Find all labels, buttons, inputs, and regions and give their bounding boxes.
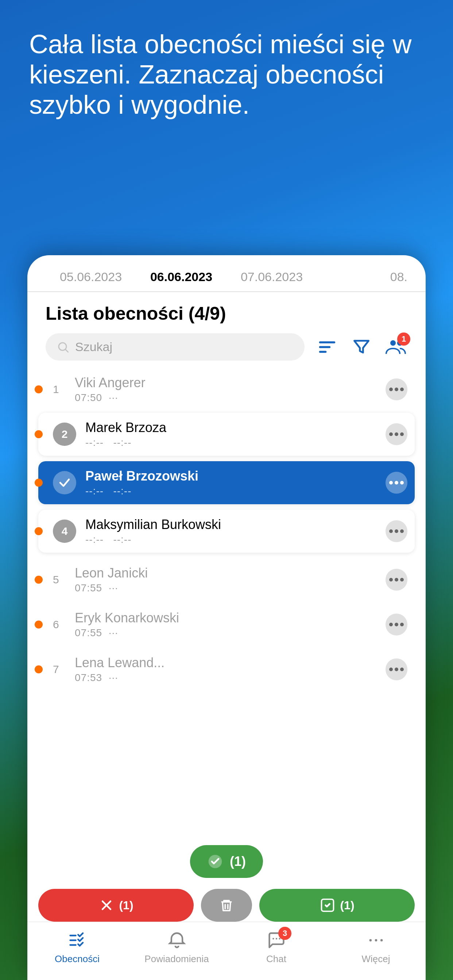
svg-point-17 (369, 939, 372, 942)
nav-label-obecnosci: Obecności (55, 953, 100, 965)
nav-item-chat[interactable]: 3 Chat (226, 931, 326, 972)
date-05[interactable]: 05.06.2023 (46, 270, 136, 284)
more-options-button[interactable] (386, 569, 407, 590)
list-item[interactable]: 2 Marek Brzoza --:-- --:-- (38, 413, 415, 456)
student-time: 07:55 ··· (75, 582, 386, 594)
student-badge: 4 (53, 520, 76, 543)
student-info: Viki Angerer 07:50 ··· (75, 375, 386, 404)
approve-button[interactable]: (1) (259, 889, 415, 922)
student-number: 7 (53, 663, 67, 676)
nav-label-chat: Chat (266, 953, 286, 965)
delete-button[interactable] (201, 889, 252, 922)
student-number: 1 (53, 383, 67, 396)
svg-point-18 (375, 939, 377, 942)
student-info: Marek Brzoza --:-- --:-- (85, 420, 386, 449)
list-header: Lista obecności (4/9) Szukaj (27, 292, 426, 368)
sort-icon (318, 337, 337, 356)
student-number: 6 (53, 618, 67, 631)
student-info: Leon Janicki 07:55 ··· (75, 565, 386, 594)
more-options-button[interactable] (386, 472, 407, 494)
more-options-button[interactable] (386, 614, 407, 635)
more-options-button[interactable] (386, 379, 407, 400)
reject-icon (99, 897, 115, 913)
student-time: --:-- --:-- (85, 534, 386, 546)
more-options-button[interactable] (386, 520, 407, 542)
nav-item-obecnosci[interactable]: Obecności (27, 931, 127, 972)
reject-button[interactable]: (1) (38, 889, 194, 922)
nav-icon-powiadomienia (167, 931, 187, 950)
date-08[interactable]: 08. (317, 270, 407, 284)
search-icon (57, 340, 70, 354)
list-item[interactable]: 6 Eryk Konarkowski 07:55 ··· (38, 603, 415, 646)
filter-icon (352, 337, 371, 356)
chat-badge: 3 (278, 927, 292, 940)
student-info: Maksymilian Burkowski --:-- --:-- (85, 517, 386, 546)
student-name: Viki Angerer (75, 375, 386, 390)
student-time: --:-- --:-- (85, 437, 386, 449)
presence-dot (35, 479, 43, 487)
reject-label: (1) (119, 899, 133, 912)
nav-label-powiadomienia: Powiadomienia (144, 953, 209, 965)
list-item[interactable]: 5 Leon Janicki 07:55 ··· (38, 558, 415, 601)
search-row: Szukaj (46, 333, 407, 361)
student-info: Eryk Konarkowski 07:55 ··· (75, 610, 386, 639)
presence-dot (35, 430, 43, 438)
svg-point-14 (273, 938, 274, 940)
nav-item-wiecej[interactable]: Więcej (326, 931, 426, 972)
floating-confirm-button[interactable]: (1) (190, 845, 263, 878)
bottom-nav: Obecności Powiadomienia (27, 922, 426, 980)
list-item[interactable]: 1 Viki Angerer 07:50 ··· (38, 368, 415, 411)
nav-label-wiecej: Więcej (362, 953, 390, 965)
chat-badge-wrapper: 3 (266, 931, 286, 950)
student-name: Leon Janicki (75, 565, 386, 581)
student-info: Lena Lewand... 07:53 ··· (75, 655, 386, 684)
svg-point-15 (275, 938, 277, 940)
student-number: 5 (53, 573, 67, 586)
nav-icon-obecnosci (67, 931, 87, 950)
floating-button-label: (1) (230, 854, 246, 869)
student-name: Maksymilian Burkowski (85, 517, 386, 532)
date-06[interactable]: 06.06.2023 (136, 270, 226, 284)
presence-dot (35, 576, 43, 584)
list-title: Lista obecności (4/9) (46, 303, 407, 324)
more-options-button[interactable] (386, 659, 407, 680)
presence-dot (35, 385, 43, 393)
hero-text: Cała lista obecności mieści się w kiesze… (29, 29, 424, 119)
student-time: 07:50 ··· (75, 392, 386, 404)
search-box[interactable]: Szukaj (46, 333, 305, 361)
filter-button[interactable] (350, 336, 373, 359)
student-check (53, 471, 76, 495)
student-name: Paweł Brzozowski (85, 468, 386, 484)
approve-label: (1) (340, 899, 354, 912)
search-placeholder: Szukaj (75, 340, 112, 354)
group-button[interactable]: 1 (384, 336, 407, 359)
svg-line-1 (65, 349, 68, 352)
nav-item-powiadomienia[interactable]: Powiadomienia (127, 931, 226, 972)
presence-dot (35, 527, 43, 535)
student-time: --:-- --:-- (85, 485, 386, 497)
sort-button[interactable] (316, 336, 339, 359)
student-info: Paweł Brzozowski --:-- --:-- (85, 468, 386, 497)
bottom-actions: (1) (1) (27, 889, 426, 922)
svg-point-16 (279, 938, 280, 940)
svg-point-5 (390, 340, 396, 345)
presence-dot (35, 620, 43, 628)
list-item[interactable]: 7 Lena Lewand... 07:53 ··· (38, 648, 415, 691)
date-07[interactable]: 07.06.2023 (226, 270, 317, 284)
group-badge: 1 (397, 332, 410, 345)
more-options-button[interactable] (386, 423, 407, 445)
student-time: 07:55 ··· (75, 627, 386, 639)
confirm-icon (207, 853, 223, 870)
delete-icon (219, 897, 234, 913)
nav-icon-wiecej (366, 931, 386, 950)
approve-icon (319, 897, 335, 913)
svg-point-19 (380, 939, 383, 942)
student-name: Marek Brzoza (85, 420, 386, 435)
date-strip: 05.06.2023 06.06.2023 07.06.2023 08. (27, 255, 426, 292)
student-time: 07:53 ··· (75, 672, 386, 684)
list-item[interactable]: 4 Maksymilian Burkowski --:-- --:-- (38, 510, 415, 553)
list-item[interactable]: Paweł Brzozowski --:-- --:-- (38, 461, 415, 504)
student-name: Eryk Konarkowski (75, 610, 386, 625)
presence-dot (35, 665, 43, 673)
student-name: Lena Lewand... (75, 655, 386, 670)
